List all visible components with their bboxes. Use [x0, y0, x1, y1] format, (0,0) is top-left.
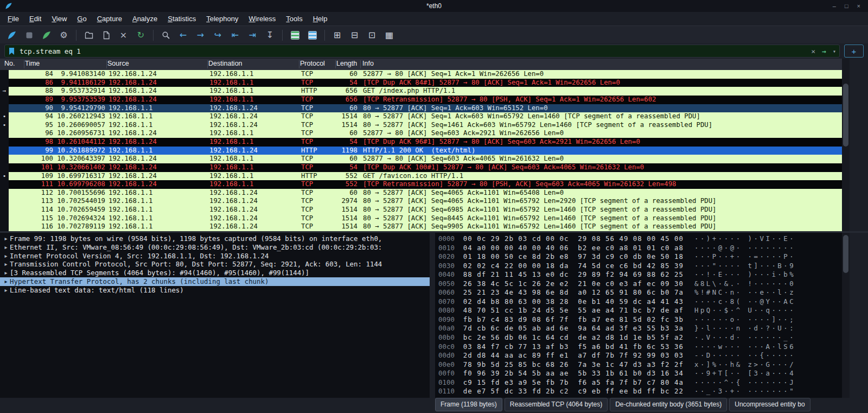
packet-row-86[interactable]: 869.941186129192.168.1.24192.168.1.1TCP5…: [0, 79, 842, 87]
packet-row-99[interactable]: 9910.261889972192.168.1.1192.168.1.24HTT…: [0, 147, 842, 155]
add-filter-button[interactable]: +: [844, 45, 864, 58]
expand-caret-icon[interactable]: ▸: [2, 243, 10, 252]
hex-row-0020[interactable]: 002001 18 00 50 ce 8d 2b e8 97 3d c9 c0 …: [435, 252, 842, 262]
detail-line-3[interactable]: ▸Transmission Control Protocol, Src Port…: [0, 260, 430, 269]
scrollbar-thumb[interactable]: [843, 84, 848, 147]
packet-row-113[interactable]: 11310.702544019192.168.1.1192.168.1.24TC…: [0, 197, 842, 206]
packet-row-116[interactable]: 11610.702789119192.168.1.1192.168.1.24TC…: [0, 223, 842, 231]
column-divider[interactable]: [207, 60, 208, 68]
column-header-length[interactable]: Length: [336, 60, 357, 67]
packet-row-90[interactable]: 909.954129790192.168.1.1192.168.1.24TCP6…: [0, 104, 842, 113]
column-header-time[interactable]: Time: [25, 60, 40, 67]
hex-row-0080[interactable]: 008048 70 51 cc 1b 24 d5 5e 55 ae a4 71 …: [435, 306, 842, 315]
hex-row-0000[interactable]: 000000 0c 29 2b 03 cd 00 0c 29 08 56 49 …: [435, 234, 842, 244]
go-last-button[interactable]: ⇥: [245, 28, 260, 42]
restart-capture-button[interactable]: [39, 28, 54, 42]
menu-statistics[interactable]: Statistics: [168, 15, 196, 23]
expand-caret-icon[interactable]: ▸: [2, 260, 10, 269]
menu-edit[interactable]: Edit: [29, 15, 41, 23]
maximize-button[interactable]: □: [845, 3, 848, 9]
menu-analyze[interactable]: Analyze: [132, 15, 157, 23]
packet-row-115[interactable]: 11510.702694324192.168.1.1192.168.1.24TC…: [0, 214, 842, 223]
close-file-button[interactable]: ×: [116, 28, 131, 42]
zoom-in-button[interactable]: ⊞: [330, 28, 344, 42]
expand-caret-icon[interactable]: ▸: [2, 277, 10, 286]
column-divider[interactable]: [106, 60, 107, 68]
column-divider[interactable]: [360, 60, 361, 68]
menu-help[interactable]: Help: [313, 15, 328, 23]
bytes-scrollbar[interactable]: [842, 233, 850, 398]
clear-filter-icon[interactable]: ×: [811, 47, 815, 55]
packet-row-96[interactable]: 9610.260956731192.168.1.24192.168.1.1TCP…: [0, 129, 842, 138]
menu-capture[interactable]: Capture: [97, 15, 122, 23]
expand-caret-icon[interactable]: ▸: [2, 234, 10, 243]
menu-wireless[interactable]: Wireless: [249, 15, 276, 23]
resize-columns-button[interactable]: ▦: [382, 28, 397, 42]
column-header-info[interactable]: Info: [362, 60, 374, 67]
hex-row-0010[interactable]: 001004 a0 00 00 40 00 40 06 b2 ee c0 a8 …: [435, 244, 842, 253]
hex-row-0060[interactable]: 006025 21 23 4e 43 98 6e 8d a0 12 65 91 …: [435, 288, 842, 297]
coloring-rules-button[interactable]: [305, 28, 320, 42]
hex-row-0040[interactable]: 004088 df 21 11 45 13 e0 dc 29 89 f2 94 …: [435, 270, 842, 279]
packet-row-84[interactable]: 849.941083140192.168.1.24192.168.1.1TCP6…: [0, 70, 842, 79]
colorize-packets-button[interactable]: [288, 28, 302, 42]
details-bytes-divider[interactable]: [430, 233, 435, 398]
packet-list-scrollbar[interactable]: [842, 59, 850, 231]
hex-row-0050[interactable]: 005026 38 4c 5c 1c 26 2e e2 21 0e c0 e3 …: [435, 279, 842, 289]
go-first-button[interactable]: ⇤: [228, 28, 242, 42]
hex-row-00b0[interactable]: 00b0bc 2e 56 db 06 1c 64 cd de a2 d8 1d …: [435, 333, 842, 342]
bookmark-icon[interactable]: [8, 47, 15, 55]
column-divider[interactable]: [335, 60, 336, 68]
menu-go[interactable]: Go: [77, 15, 86, 23]
column-header-destination[interactable]: Destination: [208, 60, 242, 67]
hex-row-00a0[interactable]: 00a07d cb 6c de 05 ab ad 6e 9a 64 ad 3f …: [435, 324, 842, 333]
hex-row-0070[interactable]: 007002 d4 b8 80 63 00 38 28 0e b1 40 59 …: [435, 297, 842, 307]
minimize-button[interactable]: –: [833, 3, 836, 9]
menu-file[interactable]: File: [8, 15, 19, 23]
column-header-no[interactable]: No.: [4, 60, 15, 67]
open-file-button[interactable]: [81, 28, 96, 42]
hex-row-00f0[interactable]: 00f0f0 96 39 2b 54 5b aa ae 5b 33 1b 61 …: [435, 369, 842, 378]
detail-line-0[interactable]: ▸Frame 99: 1198 bytes on wire (9584 bits…: [0, 234, 430, 243]
detail-line-5[interactable]: ▸Hypertext Transfer Protocol, has 2 chun…: [0, 277, 430, 286]
packet-row-100[interactable]: 10010.320643397192.168.1.24192.168.1.1TC…: [0, 155, 842, 163]
detail-line-4[interactable]: ▸[3 Reassembled TCP Segments (4064 bytes…: [0, 269, 430, 277]
hex-row-00c0[interactable]: 00c003 84 f7 cb 77 13 af b3 f5 a6 bd 41 …: [435, 342, 842, 352]
packet-row-95[interactable]: •9510.260690057192.168.1.1192.168.1.24TC…: [0, 121, 842, 130]
packet-row-88[interactable]: →889.953732914192.168.1.24192.168.1.1HTT…: [0, 87, 842, 96]
packet-row-114[interactable]: 11410.702659459192.168.1.1192.168.1.24TC…: [0, 206, 842, 214]
expand-caret-icon[interactable]: ▸: [2, 252, 10, 260]
filter-dropdown-icon[interactable]: ▾: [833, 48, 836, 54]
save-file-button[interactable]: [99, 28, 113, 42]
packet-row-101[interactable]: 10110.320661402192.168.1.24192.168.1.1TC…: [0, 163, 842, 172]
menu-view[interactable]: View: [52, 15, 67, 23]
scrollbar-thumb[interactable]: [843, 235, 848, 273]
hex-row-00e0[interactable]: 00e078 9b 5d 25 85 bc 68 26 7a 3e 1c 47 …: [435, 360, 842, 370]
stop-capture-button[interactable]: [22, 28, 36, 42]
byte-view-tab-3[interactable]: Uncompressed entity bo: [729, 398, 810, 411]
hex-row-00d0[interactable]: 00d02d d8 44 aa ac 89 ff e1 a7 df 7b 7f …: [435, 351, 842, 360]
column-divider[interactable]: [24, 60, 24, 68]
find-packet-button[interactable]: [158, 28, 173, 42]
byte-view-tab-0[interactable]: Frame (1198 bytes): [435, 398, 502, 411]
byte-view-tab-1[interactable]: Reassembled TCP (4064 bytes): [505, 398, 608, 411]
packet-row-109[interactable]: •10910.699716317192.168.1.24192.168.1.1H…: [0, 172, 842, 181]
detail-line-1[interactable]: ▸Ethernet II, Src: VMware_08:56:49 (00:0…: [0, 243, 430, 252]
go-forward-button[interactable]: →: [193, 28, 208, 42]
packet-row-94[interactable]: •9410.260212943192.168.1.1192.168.1.24TC…: [0, 112, 842, 121]
packet-row-89[interactable]: 899.953753539192.168.1.24192.168.1.1TCP6…: [0, 96, 842, 104]
detail-line-6[interactable]: ▸Line-based text data: text/html (118 li…: [0, 286, 430, 295]
zoom-out-button[interactable]: ⊟: [347, 28, 362, 42]
packet-row-98[interactable]: 9810.261044112192.168.1.24192.168.1.1TCP…: [0, 138, 842, 147]
expand-caret-icon[interactable]: ▸: [2, 286, 10, 295]
hex-row-0030[interactable]: 003002 02 c4 22 00 00 18 da 74 5d ce c6 …: [435, 262, 842, 271]
go-to-packet-button[interactable]: ↪: [210, 28, 225, 42]
capture-options-button[interactable]: ⚙: [56, 28, 71, 42]
expand-caret-icon[interactable]: ▸: [2, 269, 10, 277]
column-header-source[interactable]: Source: [107, 60, 129, 67]
byte-view-tab-2[interactable]: De-chunked entity body (3651 bytes): [610, 398, 727, 411]
close-button[interactable]: ×: [857, 3, 860, 9]
reload-file-button[interactable]: ↻: [133, 28, 148, 42]
go-back-button[interactable]: ←: [176, 28, 190, 42]
hex-row-0090[interactable]: 0090fb b7 c4 83 d9 08 6f 7f fb a7 ee 81 …: [435, 315, 842, 325]
